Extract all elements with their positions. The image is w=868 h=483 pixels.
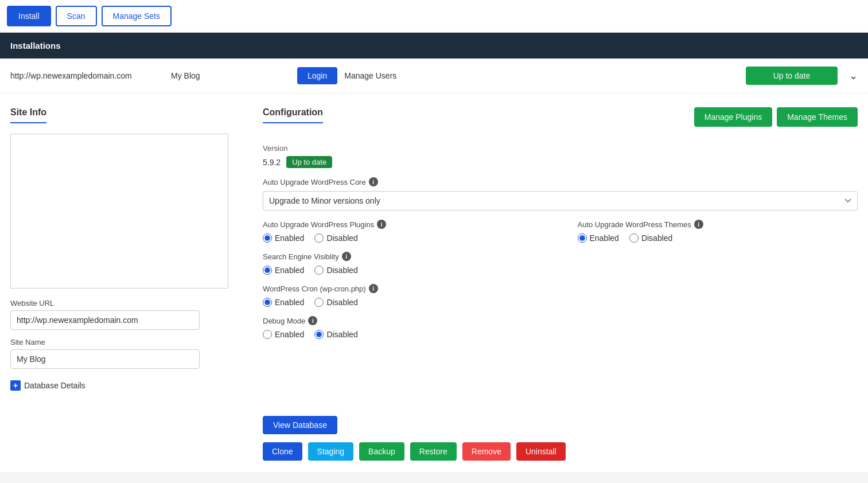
scan-button[interactable]: Scan [56,6,97,26]
plus-icon: + [10,380,21,391]
config-header: Configuration Manage Plugins Manage Them… [263,107,858,134]
installation-name: My Blog [171,71,286,80]
auto-upgrade-themes-info-icon[interactable]: i [694,220,703,229]
toolbar: Install Scan Manage Sets [0,0,868,33]
debug-mode-disabled-radio[interactable] [314,330,324,339]
search-engine-disabled-radio[interactable] [314,266,324,275]
search-engine-group: Search Engine Visiblity i Enabled Disabl… [263,252,858,275]
search-engine-disabled-option[interactable]: Disabled [314,266,357,275]
uninstall-button[interactable]: Uninstall [516,442,566,461]
plugins-enabled-label: Enabled [275,233,304,243]
debug-mode-disabled-option[interactable]: Disabled [314,330,357,339]
manage-plugins-button[interactable]: Manage Plugins [694,107,772,127]
wp-cron-disabled-option[interactable]: Disabled [314,298,357,307]
debug-mode-info-icon[interactable]: i [308,316,317,325]
auto-upgrade-core-group: Auto Upgrade WordPress Core i Upgrade to… [263,177,858,211]
debug-mode-enabled-label: Enabled [275,330,304,339]
site-info-section: Site Info Website URL Site Name + Databa… [10,107,263,391]
themes-enabled-label: Enabled [590,233,619,243]
site-name-label: Site Name [10,338,246,346]
manage-users-link[interactable]: Manage Users [344,71,396,80]
auto-upgrade-themes-radio-group: Enabled Disabled [578,233,858,243]
themes-enabled-option[interactable]: Enabled [578,233,619,243]
staging-button[interactable]: Staging [308,442,353,461]
version-group: Version 5.9.2 Up to date [263,144,858,168]
plugins-enabled-radio[interactable] [263,233,272,243]
two-col-config: Auto Upgrade WordPress Plugins i Enabled… [263,220,858,243]
database-details-label: Database Details [24,381,85,390]
wp-cron-disabled-label: Disabled [326,298,357,307]
website-url-label: Website URL [10,299,246,307]
search-engine-disabled-label: Disabled [326,266,357,275]
wp-cron-enabled-option[interactable]: Enabled [263,298,304,307]
version-status-button[interactable]: Up to date [286,156,332,168]
themes-disabled-radio[interactable] [629,233,639,243]
installations-title: Installations [10,41,61,50]
wp-cron-info-icon[interactable]: i [369,284,378,293]
installations-header: Installations [0,33,868,59]
debug-mode-label: Debug Mode i [263,316,858,325]
wp-cron-label: WordPress Cron (wp-cron.php) i [263,284,858,293]
installation-url: http://wp.newexampledomain.com [10,71,159,80]
bottom-actions: View Database Clone Staging Backup Resto… [0,404,868,472]
plugins-disabled-label: Disabled [326,233,357,243]
auto-upgrade-core-label: Auto Upgrade WordPress Core i [263,177,858,186]
themes-disabled-label: Disabled [641,233,672,243]
debug-mode-radio-group: Enabled Disabled [263,330,858,339]
wp-cron-group: WordPress Cron (wp-cron.php) i Enabled D… [263,284,858,307]
auto-upgrade-themes-label: Auto Upgrade WordPress Themes i [578,220,858,229]
debug-mode-disabled-label: Disabled [326,330,357,339]
site-info-title: Site Info [10,107,46,123]
search-engine-info-icon[interactable]: i [342,252,351,261]
website-url-input[interactable] [10,310,200,330]
version-label: Version [263,144,858,153]
wp-cron-enabled-radio[interactable] [263,298,272,307]
version-number: 5.9.2 [263,158,281,167]
wp-cron-radio-group: Enabled Disabled [263,298,858,307]
configuration-title: Configuration [263,107,323,123]
installation-row: http://wp.newexampledomain.com My Blog L… [0,59,868,94]
wp-cron-enabled-label: Enabled [275,298,304,307]
themes-enabled-radio[interactable] [578,233,587,243]
configuration-section: Configuration Manage Plugins Manage Them… [263,107,858,391]
site-name-input[interactable] [10,349,200,369]
themes-disabled-option[interactable]: Disabled [629,233,672,243]
auto-upgrade-plugins-info-icon[interactable]: i [377,220,386,229]
auto-upgrade-plugins-label: Auto Upgrade WordPress Plugins i [263,220,543,229]
search-engine-radio-group: Enabled Disabled [263,266,858,275]
plugins-enabled-option[interactable]: Enabled [263,233,304,243]
backup-button[interactable]: Backup [359,442,404,461]
view-database-button[interactable]: View Database [263,416,337,434]
search-engine-label: Search Engine Visiblity i [263,252,858,261]
main-content: Site Info Website URL Site Name + Databa… [0,94,868,404]
up-to-date-button[interactable]: Up to date [746,67,838,85]
search-engine-enabled-option[interactable]: Enabled [263,266,304,275]
install-button[interactable]: Install [7,6,51,26]
debug-mode-group: Debug Mode i Enabled Disabled [263,316,858,339]
chevron-down-icon[interactable]: ⌄ [849,69,858,82]
installation-actions: Login Manage Users Up to date ⌄ [297,67,858,85]
manage-themes-button[interactable]: Manage Themes [777,107,858,127]
auto-upgrade-core-info-icon[interactable]: i [369,177,378,186]
manage-sets-button[interactable]: Manage Sets [102,6,172,26]
debug-mode-enabled-radio[interactable] [263,330,272,339]
debug-mode-enabled-option[interactable]: Enabled [263,330,304,339]
bottom-row: Clone Staging Backup Restore Remove Unin… [10,442,858,461]
version-row: 5.9.2 Up to date [263,156,858,168]
auto-upgrade-core-select[interactable]: Upgrade to Minor versions only Disabled … [263,191,858,211]
plugins-disabled-option[interactable]: Disabled [314,233,357,243]
wp-cron-disabled-radio[interactable] [314,298,324,307]
remove-button[interactable]: Remove [462,442,511,461]
search-engine-enabled-radio[interactable] [263,266,272,275]
restore-button[interactable]: Restore [410,442,457,461]
clone-button[interactable]: Clone [263,442,302,461]
search-engine-enabled-label: Enabled [275,266,304,275]
auto-upgrade-plugins-radio-group: Enabled Disabled [263,233,543,243]
auto-upgrade-themes-group: Auto Upgrade WordPress Themes i Enabled … [578,220,858,243]
site-preview-box [10,134,228,289]
database-details[interactable]: + Database Details [10,380,246,391]
plugins-disabled-radio[interactable] [314,233,324,243]
login-button[interactable]: Login [297,67,337,84]
config-buttons: Manage Plugins Manage Themes [694,107,858,127]
auto-upgrade-plugins-group: Auto Upgrade WordPress Plugins i Enabled… [263,220,543,243]
